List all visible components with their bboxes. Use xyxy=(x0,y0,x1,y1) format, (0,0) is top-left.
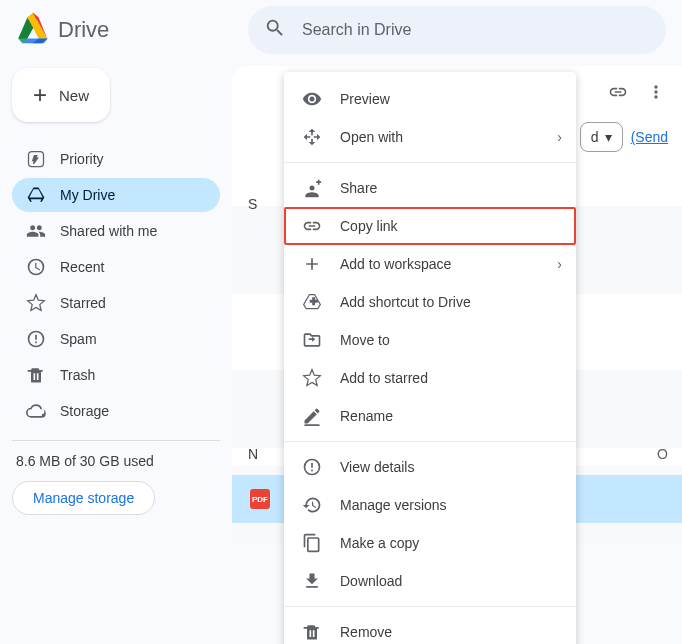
app-name: Drive xyxy=(58,17,109,43)
link-icon[interactable] xyxy=(606,80,630,104)
share-icon xyxy=(302,178,322,198)
nav-label: Shared with me xyxy=(60,223,157,239)
eye-icon xyxy=(302,89,322,109)
menu-manage-versions[interactable]: Manage versions xyxy=(284,486,576,524)
sidebar-item-trash[interactable]: Trash xyxy=(12,358,220,392)
sidebar-item-storage[interactable]: Storage xyxy=(12,394,220,428)
sidebar-item-spam[interactable]: Spam xyxy=(12,322,220,356)
nav-label: Spam xyxy=(60,331,97,347)
new-button[interactable]: + New xyxy=(12,68,110,122)
storage-icon xyxy=(26,401,46,421)
open-with-icon xyxy=(302,127,322,147)
menu-make-copy[interactable]: Make a copy xyxy=(284,524,576,562)
priority-icon xyxy=(26,149,46,169)
sidebar: + New Priority My Drive Shared with me R… xyxy=(0,60,232,523)
sidebar-item-recent[interactable]: Recent xyxy=(12,250,220,284)
chevron-right-icon: › xyxy=(557,256,562,272)
menu-open-with[interactable]: Open with › xyxy=(284,118,576,156)
menu-label: Rename xyxy=(340,408,393,424)
search-icon xyxy=(264,17,286,43)
filter-chip[interactable]: d ▾ xyxy=(580,122,623,152)
menu-label: Make a copy xyxy=(340,535,419,551)
sidebar-item-priority[interactable]: Priority xyxy=(12,142,220,176)
menu-label: Preview xyxy=(340,91,390,107)
search-input[interactable] xyxy=(302,21,650,39)
menu-separator xyxy=(284,606,576,607)
menu-label: Remove xyxy=(340,624,392,640)
new-button-label: New xyxy=(59,87,89,104)
shared-icon xyxy=(26,221,46,241)
storage-usage-text: 8.6 MB of 30 GB used xyxy=(16,453,216,469)
recent-icon xyxy=(26,257,46,277)
nav-label: Priority xyxy=(60,151,104,167)
menu-download[interactable]: Download xyxy=(284,562,576,600)
menu-label: Download xyxy=(340,573,402,589)
trash-icon xyxy=(302,622,322,642)
search-bar[interactable] xyxy=(248,6,666,54)
link-icon xyxy=(302,216,322,236)
nav-label: Storage xyxy=(60,403,109,419)
download-icon xyxy=(302,571,322,591)
pdf-icon: PDF xyxy=(250,489,270,509)
menu-label: Move to xyxy=(340,332,390,348)
info-icon xyxy=(302,457,322,477)
versions-icon xyxy=(302,495,322,515)
menu-label: Add to starred xyxy=(340,370,428,386)
column-header-fragment: O xyxy=(657,446,668,462)
sidebar-item-starred[interactable]: Starred xyxy=(12,286,220,320)
menu-add-shortcut[interactable]: Add shortcut to Drive xyxy=(284,283,576,321)
star-icon xyxy=(26,293,46,313)
menu-label: Copy link xyxy=(340,218,398,234)
menu-add-workspace[interactable]: Add to workspace › xyxy=(284,245,576,283)
drive-logo-icon xyxy=(16,11,50,49)
section-label: S xyxy=(248,196,257,212)
chevron-right-icon: › xyxy=(557,129,562,145)
section-label: N xyxy=(248,446,258,462)
filter-row: d ▾ (Send xyxy=(580,122,668,152)
menu-label: Open with xyxy=(340,129,403,145)
drive-icon xyxy=(26,185,46,205)
nav-label: Starred xyxy=(60,295,106,311)
spam-icon xyxy=(26,329,46,349)
menu-share[interactable]: Share xyxy=(284,169,576,207)
chip-label: d xyxy=(591,129,599,145)
header: Drive xyxy=(0,0,682,60)
menu-separator xyxy=(284,441,576,442)
menu-separator xyxy=(284,162,576,163)
trash-icon xyxy=(26,365,46,385)
menu-label: Share xyxy=(340,180,377,196)
sidebar-divider xyxy=(12,440,220,441)
menu-rename[interactable]: Rename xyxy=(284,397,576,435)
star-icon xyxy=(302,368,322,388)
copy-icon xyxy=(302,533,322,553)
menu-label: View details xyxy=(340,459,414,475)
chevron-down-icon: ▾ xyxy=(605,129,612,145)
logo-area[interactable]: Drive xyxy=(16,11,248,49)
menu-view-details[interactable]: View details xyxy=(284,448,576,486)
plus-icon: + xyxy=(33,83,47,107)
menu-label: Manage versions xyxy=(340,497,447,513)
menu-move-to[interactable]: Move to xyxy=(284,321,576,359)
nav-label: Recent xyxy=(60,259,104,275)
file-action-toolbar xyxy=(606,80,668,104)
more-icon[interactable] xyxy=(644,80,668,104)
nav-label: Trash xyxy=(60,367,95,383)
sidebar-item-shared[interactable]: Shared with me xyxy=(12,214,220,248)
plus-icon xyxy=(302,254,322,274)
context-menu: Preview Open with › Share Copy link Add … xyxy=(284,72,576,644)
sidebar-item-my-drive[interactable]: My Drive xyxy=(12,178,220,212)
rename-icon xyxy=(302,406,322,426)
move-icon xyxy=(302,330,322,350)
menu-add-starred[interactable]: Add to starred xyxy=(284,359,576,397)
send-feedback-link[interactable]: (Send xyxy=(631,129,668,145)
menu-label: Add to workspace xyxy=(340,256,451,272)
nav-label: My Drive xyxy=(60,187,115,203)
menu-preview[interactable]: Preview xyxy=(284,80,576,118)
manage-storage-button[interactable]: Manage storage xyxy=(12,481,155,515)
menu-copy-link[interactable]: Copy link xyxy=(284,207,576,245)
shortcut-icon xyxy=(302,292,322,312)
menu-label: Add shortcut to Drive xyxy=(340,294,471,310)
menu-remove[interactable]: Remove xyxy=(284,613,576,644)
